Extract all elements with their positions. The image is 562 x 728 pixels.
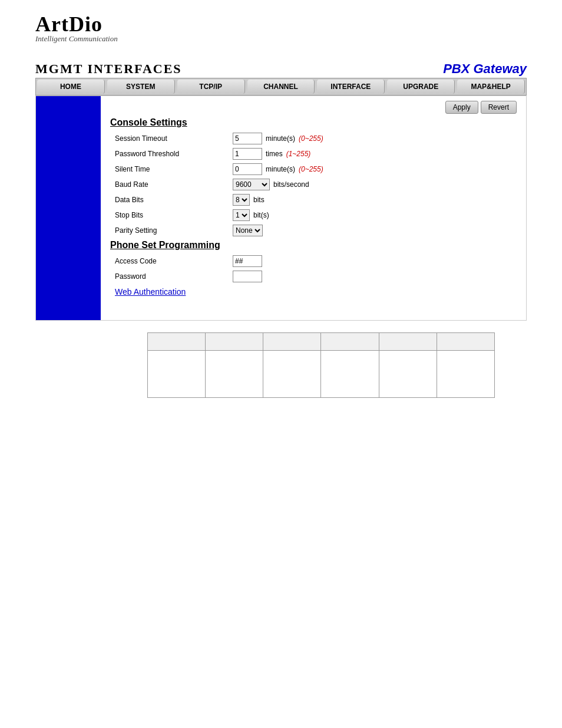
- action-row: Apply Revert: [110, 101, 517, 114]
- main-content: Apply Revert Console Settings Session Ti…: [101, 96, 526, 320]
- nav-home[interactable]: HOME: [37, 80, 105, 94]
- data-bits-unit: bits: [253, 196, 265, 204]
- content-area: Apply Revert Console Settings Session Ti…: [35, 95, 527, 321]
- nav-channel[interactable]: CHANNEL: [247, 80, 315, 94]
- password-input[interactable]: [233, 271, 262, 282]
- cell-6: [437, 351, 494, 398]
- silent-time-label: Silent Time: [115, 165, 233, 173]
- col-header-6: [437, 333, 494, 351]
- session-timeout-label: Session Timeout: [115, 134, 233, 143]
- logo-area: ArtDio Intelligent Communication: [0, 0, 562, 50]
- data-bits-label: Data Bits: [115, 196, 233, 204]
- col-header-5: [379, 333, 437, 351]
- access-code-label: Access Code: [115, 257, 233, 265]
- revert-button[interactable]: Revert: [481, 101, 517, 114]
- header-row: MGMT INTERFACES PBX Gateway: [35, 61, 527, 77]
- password-label: Password: [115, 272, 233, 281]
- col-header-4: [321, 333, 379, 351]
- logo-name: ArtDio: [35, 12, 544, 37]
- password-threshold-row: Password Threshold times (1~255): [110, 148, 517, 160]
- data-bits-select[interactable]: 7 8: [233, 194, 250, 206]
- main-container: MGMT INTERFACES PBX Gateway HOME SYSTEM …: [0, 50, 562, 410]
- product-name: PBX Gateway: [443, 61, 527, 77]
- col-header-2: [206, 333, 263, 351]
- phone-set-title: Phone Set Programming: [110, 240, 517, 251]
- session-timeout-row: Session Timeout minute(s) (0~255): [110, 133, 517, 144]
- password-threshold-label: Password Threshold: [115, 150, 233, 158]
- cell-5: [379, 351, 437, 398]
- stop-bits-label: Stop Bits: [115, 211, 233, 219]
- web-auth-link[interactable]: Web Authentication: [110, 287, 517, 297]
- nav-interface[interactable]: INTERFACE: [317, 80, 385, 94]
- password-threshold-range: (1~255): [286, 150, 311, 158]
- table-header-row: [148, 333, 495, 351]
- silent-time-row: Silent Time minute(s) (0~255): [110, 163, 517, 175]
- cell-3: [263, 351, 321, 398]
- cell-1: [148, 351, 206, 398]
- nav-tcpip[interactable]: TCP/IP: [177, 80, 245, 94]
- baud-rate-row: Baud Rate 9600 19200 38400 57600 115200 …: [110, 179, 517, 190]
- logo-tagline: Intelligent Communication: [35, 34, 544, 44]
- nav-upgrade[interactable]: UPGRADE: [387, 80, 455, 94]
- session-timeout-range: (0~255): [299, 134, 323, 143]
- nav-bar: HOME SYSTEM TCP/IP CHANNEL INTERFACE UPG…: [35, 78, 527, 95]
- col-header-1: [148, 333, 206, 351]
- stop-bits-unit: bit(s): [253, 211, 269, 219]
- baud-rate-select[interactable]: 9600 19200 38400 57600 115200: [233, 179, 270, 190]
- silent-time-range: (0~255): [299, 165, 323, 173]
- nav-system[interactable]: SYSTEM: [107, 80, 175, 94]
- parity-setting-label: Parity Setting: [115, 226, 233, 235]
- silent-time-input[interactable]: [233, 163, 262, 175]
- bottom-table-area: [35, 332, 527, 398]
- session-timeout-input[interactable]: [233, 133, 262, 144]
- stop-bits-select[interactable]: 1 2: [233, 209, 250, 221]
- page-title: MGMT INTERFACES: [35, 61, 182, 77]
- stop-bits-row: Stop Bits 1 2 bit(s): [110, 209, 517, 221]
- table-row: [148, 351, 495, 398]
- data-bits-row: Data Bits 7 8 bits: [110, 194, 517, 206]
- apply-button[interactable]: Apply: [445, 101, 478, 114]
- parity-setting-row: Parity Setting None Even Odd: [110, 225, 517, 236]
- password-threshold-unit: times: [266, 150, 283, 158]
- parity-setting-select[interactable]: None Even Odd: [233, 225, 263, 236]
- access-code-row: Access Code: [110, 255, 517, 267]
- silent-time-unit: minute(s): [266, 165, 295, 173]
- password-row: Password: [110, 271, 517, 282]
- baud-rate-label: Baud Rate: [115, 180, 233, 189]
- password-threshold-input[interactable]: [233, 148, 262, 160]
- session-timeout-unit: minute(s): [266, 134, 295, 143]
- cell-2: [206, 351, 263, 398]
- cell-4: [321, 351, 379, 398]
- access-code-input[interactable]: [233, 255, 262, 267]
- nav-maphelp[interactable]: MAP&HELP: [457, 80, 525, 94]
- baud-rate-unit: bits/second: [273, 180, 309, 189]
- col-header-3: [263, 333, 321, 351]
- bottom-table: [147, 332, 495, 398]
- sidebar: [36, 96, 101, 320]
- console-settings-title: Console Settings: [110, 117, 517, 128]
